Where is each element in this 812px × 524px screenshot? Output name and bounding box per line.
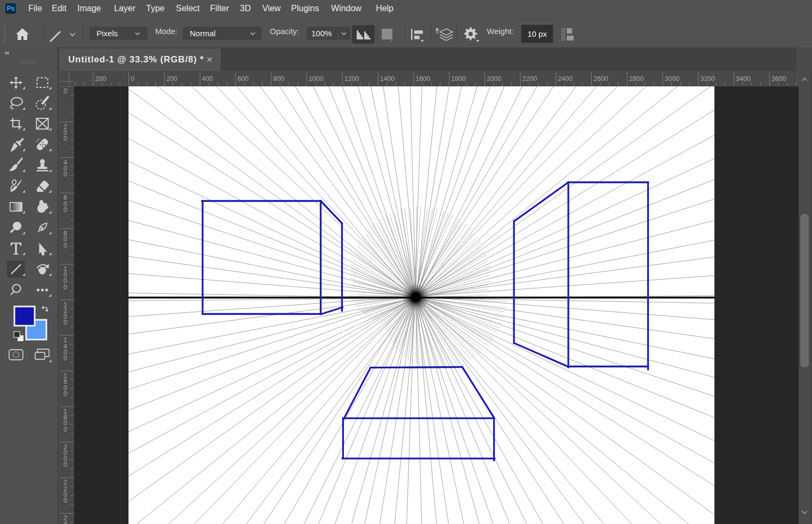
svg-text:3200: 3200 (700, 75, 715, 83)
svg-text:0: 0 (63, 426, 67, 433)
svg-text:0: 0 (63, 242, 67, 249)
svg-text:0: 0 (63, 354, 67, 362)
svg-text:600: 600 (237, 75, 248, 83)
svg-text:1400: 1400 (380, 75, 395, 83)
svg-text:0: 0 (63, 206, 67, 214)
svg-text:2800: 2800 (629, 75, 644, 83)
svg-text:0: 0 (63, 390, 67, 398)
svg-text:1600: 1600 (415, 75, 430, 83)
svg-text:200: 200 (95, 75, 106, 83)
svg-text:1800: 1800 (451, 75, 466, 83)
svg-text:0: 0 (63, 497, 67, 504)
svg-text:2600: 2600 (593, 75, 608, 83)
svg-text:0: 0 (63, 319, 67, 326)
svg-text:0: 0 (63, 461, 67, 469)
svg-text:3400: 3400 (736, 75, 751, 83)
svg-text:3600: 3600 (771, 75, 786, 83)
svg-text:0: 0 (63, 284, 67, 291)
svg-text:3000: 3000 (664, 75, 679, 83)
svg-text:400: 400 (202, 75, 213, 83)
svg-text:200: 200 (166, 75, 177, 83)
svg-text:1000: 1000 (308, 75, 323, 83)
svg-text:0: 0 (63, 135, 67, 142)
svg-text:0: 0 (131, 75, 134, 83)
svg-text:800: 800 (273, 75, 284, 83)
svg-text:0: 0 (63, 87, 67, 95)
svg-text:4: 4 (63, 520, 67, 524)
svg-text:2000: 2000 (486, 75, 501, 83)
svg-text:1200: 1200 (344, 75, 359, 83)
svg-text:0: 0 (63, 171, 67, 178)
svg-text:2200: 2200 (522, 75, 537, 83)
svg-text:2400: 2400 (558, 75, 573, 83)
